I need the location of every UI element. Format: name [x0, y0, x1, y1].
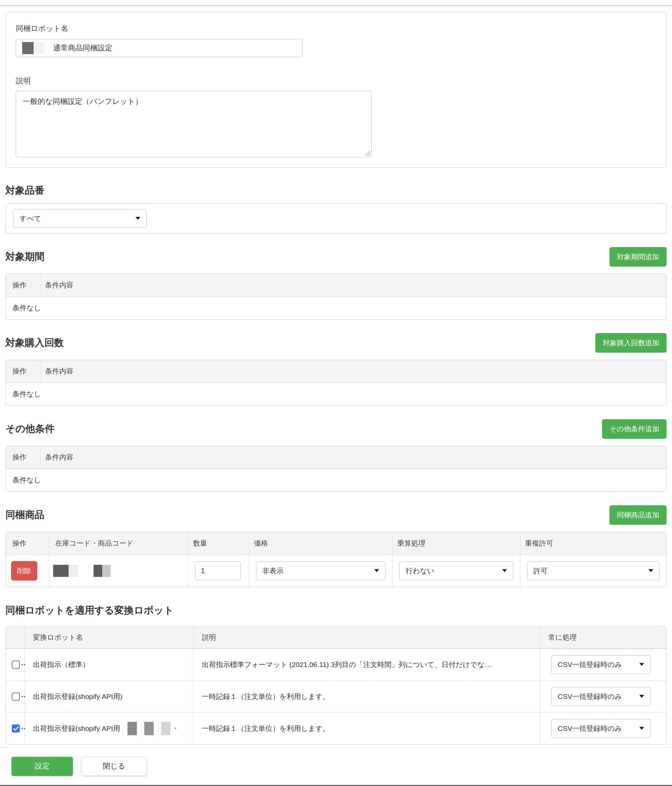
caret-down-icon: [639, 663, 644, 666]
page-top-divider: [0, 5, 672, 6]
column-header-condition: 条件内容: [40, 453, 73, 462]
column-header-always-process: 常に処理: [540, 627, 666, 648]
column-header-operation: 操作: [6, 360, 40, 383]
stock-code-cell: [49, 555, 188, 586]
robot-checkbox[interactable]: [12, 725, 20, 733]
section-title-target-period: 対象期間: [5, 251, 44, 263]
empty-condition-row: 条件なし: [6, 383, 666, 406]
column-header-condition: 条件内容: [40, 280, 73, 290]
quantity-input[interactable]: [195, 561, 241, 580]
redacted-block: [127, 722, 137, 735]
table-header-row: 操作 条件内容: [6, 274, 666, 297]
robot-name-cell: 出荷指示（標準）: [25, 649, 194, 681]
target-period-table: 操作 条件内容 条件なし: [5, 274, 667, 320]
target-product-select[interactable]: すべて: [13, 209, 146, 228]
redacted-block: [93, 565, 102, 577]
add-bundled-item-button[interactable]: 同梱商品追加: [609, 505, 667, 525]
robot-row: 出荷指示登録(shopify API用) 一時記録１（注文単位）を利用します。 …: [6, 681, 666, 712]
redaction-dots: [22, 728, 23, 729]
multiplication-selected-value: 行わない: [406, 566, 434, 575]
main-content: 同梱ロボット名 通常商品同梱設定 説明 一般的な同梱設定（パンフレット） 対象品…: [0, 12, 672, 745]
column-header-robot-name: 変換ロボット名: [25, 627, 194, 648]
always-process-select[interactable]: CSV一括登録時のみ: [551, 687, 650, 706]
redacted-block: [22, 42, 34, 54]
caret-down-icon: [639, 727, 644, 730]
always-process-select[interactable]: CSV一括登録時のみ: [551, 719, 650, 738]
redaction-dot: [175, 728, 176, 729]
redacted-block: [144, 722, 154, 735]
price-selected-value: 非表示: [262, 566, 283, 575]
robot-checkbox[interactable]: [12, 660, 20, 669]
target-product-panel: すべて: [5, 203, 667, 234]
always-process-selected-value: CSV一括登録時のみ: [558, 660, 622, 669]
column-header-quantity: 数量: [188, 532, 249, 555]
description-label: 説明: [16, 76, 656, 86]
delete-button[interactable]: 削除: [11, 561, 37, 581]
column-header-operation: 操作: [6, 274, 40, 297]
section-title-target-product: 対象品番: [5, 185, 667, 196]
purchase-count-table: 操作 条件内容 条件なし: [5, 360, 667, 406]
robot-description-cell: 出荷指示標準フォーマット (2021.06.11) 3列目の「注文時間」列につい…: [194, 649, 540, 681]
robot-description-cell: 一時記録１（注文単位）を利用します。: [194, 681, 540, 712]
add-purchase-count-button[interactable]: 対象購入回数追加: [595, 333, 667, 353]
section-title-bundled-items: 同梱商品: [5, 509, 44, 521]
redacted-block: [69, 565, 78, 577]
multiplication-select[interactable]: 行わない: [399, 561, 513, 580]
conversion-robots-table: 変換ロボット名 説明 常に処理 出荷指示（標準） 出荷指示標準フォーマット (2…: [5, 626, 667, 745]
empty-condition-row: 条件なし: [6, 297, 666, 319]
table-header-row: 操作 在庫コード・商品コード 数量 価格 乗算処理 重複許可: [6, 532, 666, 555]
add-other-condition-button[interactable]: その他条件追加: [602, 419, 667, 439]
robot-name-input[interactable]: 通常商品同梱設定: [16, 39, 302, 57]
footer: 設定 閉じる: [0, 748, 672, 781]
robot-name-label: 同梱ロボット名: [16, 24, 656, 34]
caret-down-icon: [135, 217, 140, 220]
close-button[interactable]: 閉じる: [81, 757, 147, 776]
robot-row: 出荷指示（標準） 出荷指示標準フォーマット (2021.06.11) 3列目の「…: [6, 649, 666, 681]
table-header-row: 操作 条件内容: [6, 360, 666, 383]
section-title-conversion-robots: 同梱ロボットを適用する変換ロボット: [5, 604, 667, 616]
empty-condition-row: 条件なし: [6, 469, 666, 492]
redacted-block: [53, 565, 69, 577]
column-header-multiplication: 乗算処理: [392, 532, 520, 555]
submit-button[interactable]: 設定: [11, 757, 73, 776]
always-process-selected-value: CSV一括登録時のみ: [558, 724, 622, 733]
duplicate-select[interactable]: 許可: [527, 561, 659, 580]
caret-down-icon: [375, 569, 379, 572]
description-value: 一般的な同梱設定（パンフレット）: [23, 97, 143, 105]
bundled-items-table: 操作 在庫コード・商品コード 数量 価格 乗算処理 重複許可 削除 非表示: [5, 532, 667, 587]
description-textarea[interactable]: 一般的な同梱設定（パンフレット）: [16, 91, 371, 157]
robot-checkbox[interactable]: [12, 693, 20, 701]
resize-grip-icon[interactable]: [365, 151, 370, 156]
robot-info-panel: 同梱ロボット名 通常商品同梱設定 説明 一般的な同梱設定（パンフレット）: [5, 12, 667, 168]
caret-down-icon: [648, 569, 653, 572]
redacted-block: [161, 722, 170, 735]
robot-name-cell: 出荷指示登録(shopify API用: [25, 713, 194, 744]
robot-name-value: 通常商品同梱設定: [53, 43, 112, 53]
redaction-dots: [22, 664, 23, 665]
column-header-operation: 操作: [6, 532, 49, 555]
caret-down-icon: [639, 695, 644, 698]
always-process-selected-value: CSV一括登録時のみ: [558, 692, 622, 701]
duplicate-selected-value: 許可: [534, 566, 548, 575]
column-header-condition: 条件内容: [40, 366, 73, 376]
section-title-other-conditions: その他条件: [5, 423, 55, 435]
bottom-bar: [0, 785, 672, 786]
column-header-checkbox: [6, 627, 25, 648]
bundled-item-row: 削除 非表示 行わない 許可: [6, 555, 666, 586]
price-select[interactable]: 非表示: [256, 561, 386, 580]
robot-row: 出荷指示登録(shopify API用 一時記録１（注文単位）を利用します。 C…: [6, 712, 666, 744]
section-title-purchase-count: 対象購入回数: [5, 337, 64, 349]
always-process-select[interactable]: CSV一括登録時のみ: [551, 655, 650, 674]
column-header-operation: 操作: [6, 446, 40, 468]
add-target-period-button[interactable]: 対象期間追加: [609, 247, 667, 267]
column-header-price: 価格: [249, 532, 392, 555]
table-header-row: 変換ロボット名 説明 常に処理: [6, 627, 666, 649]
target-product-selected-value: すべて: [19, 214, 41, 223]
other-conditions-table: 操作 条件内容 条件なし: [5, 446, 667, 492]
column-header-duplicate: 重複許可: [520, 532, 666, 555]
column-header-stock-code: 在庫コード・商品コード: [49, 532, 188, 555]
redaction-dots: [22, 696, 23, 697]
table-header-row: 操作 条件内容: [6, 446, 666, 469]
redacted-block: [102, 565, 111, 577]
column-header-description: 説明: [194, 627, 540, 648]
